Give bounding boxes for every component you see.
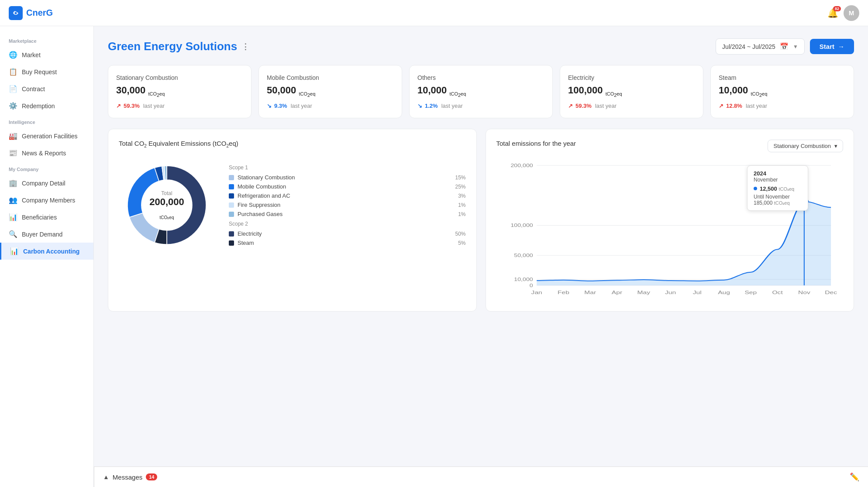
sidebar-item-generation-facilities[interactable]: 🏭Generation Facilities <box>0 127 93 144</box>
trend-icon: ↗ <box>116 103 121 109</box>
sidebar-item-label: Generation Facilities <box>22 133 78 140</box>
legend-label: Steam <box>238 240 254 246</box>
sidebar-item-carbon-accounting[interactable]: 📊Carbon Accounting <box>0 243 93 260</box>
stat-card-1: Mobile Combustion 50,000 tCO2eq ↘ 9.3% l… <box>258 65 402 118</box>
emission-type-dropdown[interactable]: Stationary Combustion ▾ <box>768 140 843 152</box>
donut-total-label: Total <box>143 190 191 196</box>
period-label: last year <box>441 103 463 109</box>
period-label: last year <box>746 103 767 109</box>
legend-percentage: 1% <box>458 202 465 208</box>
legend-item: Electricity 50% <box>229 230 466 237</box>
stat-title: Steam <box>719 74 846 81</box>
chevron-up-icon: ▲ <box>103 473 109 480</box>
more-options-button[interactable]: ⋮ <box>241 42 250 51</box>
trend-icon: ↘ <box>417 103 422 109</box>
donut-center: Total 200,000 tCO₂eq <box>143 190 191 219</box>
messages-left: ▲ Messages 14 <box>103 473 157 481</box>
stat-change: ↗ 59.3% last year <box>568 103 695 109</box>
sidebar-item-news-reports[interactable]: 📰News & Reports <box>0 144 93 161</box>
buyer-demand-icon: 🔍 <box>9 230 17 238</box>
tooltip-month: November <box>754 177 802 183</box>
sidebar-item-market[interactable]: 🌐Market <box>0 46 93 63</box>
period-label: last year <box>291 103 312 109</box>
trend-icon: ↘ <box>267 103 272 109</box>
legend-item: Steam 5% <box>229 240 466 246</box>
y-axis-label: 200,000 <box>510 163 533 168</box>
date-range-picker[interactable]: Jul/2024 ~ Jul/2025 📅 ▼ <box>716 38 805 55</box>
sidebar-item-buyer-demand[interactable]: 🔍Buyer Demand <box>0 226 93 243</box>
line-chart-card: Total emissions for the year Stationary … <box>486 129 854 312</box>
legend-percentage: 5% <box>458 240 465 246</box>
change-value: 1.2% <box>425 103 438 109</box>
trend-icon: ↗ <box>568 103 573 109</box>
market-icon: 🌐 <box>9 51 17 59</box>
legend-item: Refrigeration and AC 3% <box>229 192 466 199</box>
sidebar-item-label: Market <box>22 51 41 58</box>
sidebar-item-company-detail[interactable]: 🏢Company Detail <box>0 175 93 192</box>
area-fill <box>537 201 831 285</box>
y-axis-label: 50,000 <box>514 253 533 258</box>
chevron-down-icon: ▾ <box>834 143 837 149</box>
change-value: 59.3% <box>124 103 140 109</box>
stat-value: 100,000 tCO2eq <box>568 85 695 98</box>
sidebar-item-contract[interactable]: 📄Contract <box>0 80 93 97</box>
beneficiaries-icon: 📊 <box>9 213 17 221</box>
legend-percentage: 3% <box>458 193 465 199</box>
compose-message-icon[interactable]: ✏️ <box>850 472 859 482</box>
stat-value: 50,000 tCO2eq <box>267 85 394 98</box>
contract-icon: 📄 <box>9 85 17 93</box>
header-controls: Jul/2024 ~ Jul/2025 📅 ▼ Start → <box>716 38 854 55</box>
donut-chart: Total 200,000 tCO₂eq <box>119 157 215 253</box>
legend-color-dot <box>229 184 234 189</box>
messages-badge: 14 <box>146 473 157 480</box>
tooltip-dot <box>754 187 757 190</box>
sidebar-item-label: Contract <box>22 86 45 93</box>
tooltip-value: 12,500 tCO₂eq <box>760 185 794 192</box>
chart-tooltip: 2024 November 12,500 tCO₂eq Until Novemb… <box>747 165 808 211</box>
legend-label: Fire Suppression <box>238 202 280 208</box>
sidebar-item-redemption[interactable]: ⚙️Redemption <box>0 97 93 114</box>
x-axis-label: May <box>637 290 650 295</box>
donut-chart-title: Total CO2 Equivalent Emissions (tCO2eq) <box>119 140 466 148</box>
sidebar-item-company-members[interactable]: 👥Company Members <box>0 192 93 209</box>
avatar[interactable]: M <box>844 5 859 21</box>
legend-item: Stationary Combustion 15% <box>229 174 466 181</box>
header-right: 🔔 82 M <box>827 5 859 21</box>
sidebar-item-buy-request[interactable]: 📋Buy Request <box>0 63 93 80</box>
sidebar-item-beneficiaries[interactable]: 📊Beneficiaries <box>0 209 93 226</box>
company-detail-icon: 🏢 <box>9 179 17 187</box>
change-value: 59.3% <box>575 103 592 109</box>
period-label: last year <box>595 103 617 109</box>
layout: Marketplace🌐Market📋Buy Request📄Contract⚙… <box>0 26 868 487</box>
legend-item: Purchased Gases 1% <box>229 211 466 217</box>
tooltip-value-row: 12,500 tCO₂eq <box>754 185 802 192</box>
sidebar-section-label: My Company <box>0 161 93 175</box>
legend-percentage: 50% <box>455 231 465 237</box>
sidebar-section-label: Marketplace <box>0 33 93 46</box>
calendar-icon: 📅 <box>780 42 789 51</box>
legend-scope1-label: Scope 1 <box>229 165 466 171</box>
stat-card-2: Others 10,000 tCO2eq ↘ 1.2% last year <box>409 65 553 118</box>
sidebar-item-label: Carbon Accounting <box>23 248 79 255</box>
legend-scope2-label: Scope 2 <box>229 221 466 227</box>
sidebar-section-label: Intelligence <box>0 114 93 127</box>
notification-button[interactable]: 🔔 82 <box>827 8 838 18</box>
top-header: CnerG 🔔 82 M <box>0 0 868 26</box>
x-axis-label: Mar <box>584 290 596 295</box>
tooltip-until-value: 185,000 tCO₂eq <box>754 200 802 206</box>
legend-color-dot <box>229 231 234 237</box>
sidebar: Marketplace🌐Market📋Buy Request📄Contract⚙… <box>0 26 94 487</box>
trend-icon: ↗ <box>719 103 723 109</box>
chevron-down-icon: ▼ <box>793 44 798 50</box>
messages-bar: ▲ Messages 14 ✏️ <box>94 466 868 487</box>
date-range-value: Jul/2024 ~ Jul/2025 <box>722 43 775 50</box>
legend-label: Refrigeration and AC <box>238 192 290 199</box>
legend-label: Purchased Gases <box>238 211 282 217</box>
stats-row: Stationary Combustion 30,000 tCO2eq ↗ 59… <box>108 65 854 118</box>
notification-badge: 82 <box>833 6 841 11</box>
sidebar-item-label: Buyer Demand <box>22 231 62 238</box>
y-axis-label: 0 <box>529 283 533 288</box>
y-axis-label: 100,000 <box>510 223 533 228</box>
legend-color-dot <box>229 240 234 246</box>
start-button[interactable]: Start → <box>810 39 854 54</box>
